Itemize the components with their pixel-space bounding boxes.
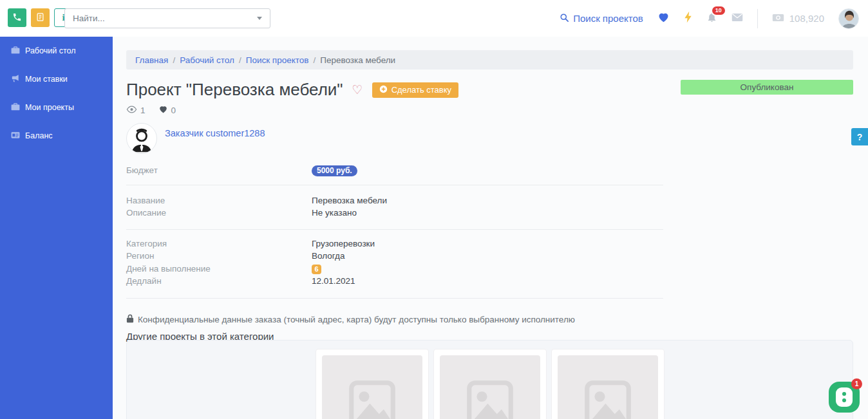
- eye-icon: [126, 106, 137, 115]
- activity-button[interactable]: [684, 11, 692, 26]
- briefcase-icon: [11, 102, 20, 113]
- briefcase-icon: [11, 45, 20, 57]
- image-placeholder-icon: [322, 355, 422, 419]
- favorites-stat: 0: [158, 105, 176, 115]
- avatar[interactable]: [838, 8, 859, 29]
- document-icon: [35, 12, 45, 24]
- search-projects-link[interactable]: Поиск проектов: [560, 13, 643, 24]
- field-value: Грузоперевозки: [312, 237, 375, 250]
- breadcrumb-link-dashboard[interactable]: Рабочий стол: [180, 55, 234, 65]
- field-value: Перевозка мебели: [312, 194, 387, 207]
- breadcrumb-current: Перевозка мебели: [320, 55, 395, 65]
- field-value: Вологда: [312, 250, 344, 263]
- notifications-badge: 10: [712, 6, 725, 15]
- sidebar-item-label: Рабочий стол: [25, 46, 75, 55]
- favorites-count: 0: [171, 106, 176, 115]
- field-label: Описание: [126, 207, 312, 219]
- lightning-icon: [684, 11, 692, 26]
- confidential-note: Конфиденциальные данные заказа (точный а…: [126, 314, 663, 325]
- chat-icon: [836, 387, 853, 407]
- notifications-button[interactable]: 10: [706, 12, 717, 26]
- search-placeholder: Найти...: [73, 14, 257, 23]
- sidebar-item-my-bids[interactable]: Мои ставки: [0, 65, 113, 93]
- breadcrumb: Главная / Рабочий стол / Поиск проектов …: [126, 50, 853, 70]
- field-label: Регион: [126, 250, 312, 263]
- envelope-icon: [731, 13, 743, 24]
- project-details: Бюджет 5000 руб. Название Перевозка мебе…: [126, 159, 663, 342]
- balance-widget[interactable]: 108,920: [772, 13, 824, 24]
- field-label: Бюджет: [126, 164, 312, 177]
- field-value: Не указано: [312, 207, 357, 219]
- lock-icon: [126, 314, 134, 325]
- favorites-button[interactable]: [657, 12, 670, 25]
- sidebar-item-label: Мои проекты: [25, 103, 74, 112]
- megaphone-icon: [11, 73, 20, 85]
- make-bid-label: Сделать ставку: [392, 85, 451, 95]
- detail-row-budget: Бюджет 5000 руб.: [126, 164, 663, 177]
- field-label: Дедлайн: [126, 275, 312, 288]
- sidebar-item-label: Баланс: [25, 131, 53, 140]
- banknote-icon: [772, 13, 784, 24]
- favorite-heart-icon[interactable]: ♡: [352, 84, 363, 96]
- search-projects-label: Поиск проектов: [573, 13, 643, 24]
- circle-plus-icon: [379, 85, 388, 95]
- related-projects-panel: [126, 340, 853, 419]
- detail-row-deadline: Дедлайн 12.01.2021: [126, 275, 663, 288]
- sidebar-item-my-projects[interactable]: Мои проекты: [0, 93, 113, 122]
- field-label: Название: [126, 194, 312, 207]
- chat-unread-badge: 1: [851, 378, 862, 389]
- top-header: i Найти... Поиск проектов 10: [0, 0, 868, 37]
- phone-icon: [12, 12, 22, 24]
- heart-icon: [158, 105, 168, 115]
- views-count: 1: [140, 106, 146, 115]
- make-bid-button[interactable]: Сделать ставку: [372, 82, 458, 98]
- detail-row-description: Описание Не указано: [126, 207, 663, 219]
- related-project-card[interactable]: [433, 349, 547, 419]
- messages-button[interactable]: [731, 13, 743, 24]
- related-project-card[interactable]: [316, 349, 429, 419]
- detail-row-name: Название Перевозка мебели: [126, 194, 663, 207]
- breadcrumb-link-home[interactable]: Главная: [135, 55, 168, 65]
- breadcrumb-separator: /: [239, 55, 241, 65]
- confidential-note-text: Конфиденциальные данные заказа (точный а…: [138, 315, 575, 324]
- customer-link[interactable]: Заказчик customer1288: [165, 128, 265, 138]
- docs-button[interactable]: [31, 8, 50, 27]
- breadcrumb-link-project-search[interactable]: Поиск проектов: [246, 55, 309, 65]
- sidebar-item-dashboard[interactable]: Рабочий стол: [0, 37, 113, 65]
- days-badge: 6: [312, 265, 321, 274]
- main-content: Главная / Рабочий стол / Поиск проектов …: [113, 37, 868, 419]
- project-stats: 1 0: [126, 105, 176, 115]
- related-project-card[interactable]: [551, 349, 665, 419]
- breadcrumb-separator: /: [313, 55, 316, 65]
- breadcrumb-separator: /: [173, 55, 175, 65]
- budget-badge: 5000 руб.: [312, 165, 357, 176]
- image-placeholder-icon: [558, 355, 658, 419]
- chat-widget-button[interactable]: 1: [829, 382, 860, 413]
- status-badge: Опубликован: [681, 80, 853, 95]
- field-value: 12.01.2021: [312, 275, 355, 288]
- detail-row-days: Дней на выполнение 6: [126, 263, 663, 275]
- header-divider: [757, 9, 758, 28]
- search-icon: [560, 13, 569, 24]
- detail-row-region: Регион Вологда: [126, 250, 663, 263]
- phone-button[interactable]: [8, 8, 26, 27]
- field-label: Категория: [126, 237, 312, 250]
- image-placeholder-icon: [440, 355, 540, 419]
- customer-avatar[interactable]: [126, 123, 157, 154]
- chevron-down-icon: [257, 17, 262, 20]
- header-nav: Поиск проектов 10: [560, 0, 859, 37]
- field-label: Дней на выполнение: [126, 263, 312, 275]
- help-button[interactable]: ?: [851, 128, 868, 145]
- balance-amount: 108,920: [789, 13, 824, 24]
- search-input[interactable]: Найти...: [64, 8, 270, 28]
- wallet-icon: [11, 130, 20, 142]
- page-title: Проект "Перевозка мебели": [126, 80, 343, 100]
- sidebar-item-balance[interactable]: Баланс: [0, 122, 113, 150]
- sidebar: Рабочий стол Мои ставки Мои проекты Бала…: [0, 37, 113, 419]
- heart-icon: [657, 12, 670, 25]
- detail-row-category: Категория Грузоперевозки: [126, 237, 663, 250]
- header-quick-actions: i: [8, 8, 73, 27]
- views-stat: 1: [126, 106, 146, 115]
- sidebar-item-label: Мои ставки: [25, 75, 68, 84]
